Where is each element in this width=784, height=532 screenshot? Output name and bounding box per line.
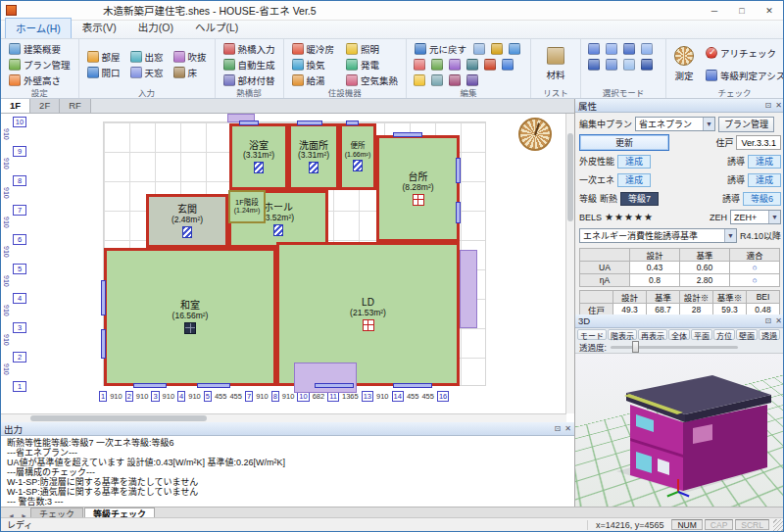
close-button[interactable]: ✕ xyxy=(756,1,783,20)
select-floor-icon xyxy=(641,43,653,55)
rotate-button[interactable] xyxy=(446,57,464,73)
update-button[interactable]: 更新 xyxy=(579,134,669,151)
plan-canvas[interactable]: 1910291039104910545545579108910106821113… xyxy=(1,114,566,413)
menu-view[interactable]: 表示(V) xyxy=(72,17,127,38)
bels-label: BELS xyxy=(579,213,602,222)
move-button[interactable] xyxy=(428,57,446,73)
select-opening-button[interactable] xyxy=(620,41,638,57)
hscroll-thumb[interactable] xyxy=(30,415,207,421)
stretch-button[interactable] xyxy=(481,57,499,73)
room-area: (1.24m²) xyxy=(234,207,260,215)
floor-tab-2f[interactable]: 2F xyxy=(30,99,60,113)
zeh-select[interactable]: ZEH+▼ xyxy=(730,210,781,224)
material-list-button[interactable]: 材料 xyxy=(535,45,576,84)
threed-tool-3[interactable]: 全体 xyxy=(668,329,690,340)
attributes-close-icon[interactable]: ✕ xyxy=(775,101,782,110)
threed-tool-4[interactable]: 平面 xyxy=(691,329,712,340)
lighting-button[interactable]: 照明 xyxy=(342,41,402,57)
stretch-icon xyxy=(484,59,496,71)
floor-tab-1f[interactable]: 1F xyxy=(1,99,30,113)
mirror-button[interactable] xyxy=(464,57,481,73)
material-list-icon xyxy=(547,47,564,65)
threed-tool-7[interactable]: 透過 xyxy=(759,329,780,340)
grade-assist-button[interactable]: 等級判定アシスト xyxy=(702,68,784,83)
floor-tab-rf[interactable]: RF xyxy=(60,99,91,113)
room-bathroom[interactable]: 浴室(3.31m²) xyxy=(229,123,288,190)
skylight-tool-button[interactable]: 天窓 xyxy=(126,65,168,80)
value-cell: 0.8 xyxy=(630,274,680,287)
undo-button[interactable]: 元に戻す xyxy=(411,41,470,57)
opacity-slider-thumb[interactable] xyxy=(632,341,639,353)
select-region-button[interactable] xyxy=(620,57,638,73)
plan-management-button[interactable]: プラン管理 xyxy=(5,57,74,73)
output-pin-icon[interactable]: ⊡ xyxy=(555,424,562,433)
menu-home[interactable]: ホーム(H) xyxy=(5,18,72,38)
member-replace-icon xyxy=(223,74,235,86)
redo-button[interactable] xyxy=(470,41,488,57)
paste-button[interactable] xyxy=(506,41,523,57)
atrium-tool-button[interactable]: 吹抜 xyxy=(170,49,211,65)
column-header: 適合 xyxy=(730,249,780,262)
bay-window-tool-icon xyxy=(130,51,142,63)
resize-grip[interactable] xyxy=(773,519,784,531)
grid-number-7: 7 xyxy=(13,205,26,216)
deck-2 xyxy=(294,363,357,393)
room-toilet[interactable]: 便所(1.66m²) xyxy=(339,123,376,190)
floor-tool-button[interactable]: 床 xyxy=(170,65,211,80)
bay-window-tool-button[interactable]: 出窓 xyxy=(126,49,168,65)
threed-pin-icon[interactable]: ⊡ xyxy=(765,316,772,325)
threed-viewport[interactable] xyxy=(575,353,784,507)
ari-check-button[interactable]: アリチェック xyxy=(702,45,784,61)
delete-button[interactable] xyxy=(411,57,428,73)
room-stairs[interactable]: 1F階段(1.24m²) xyxy=(228,190,266,223)
room-kitchen[interactable]: 台所(8.28m²) xyxy=(376,135,460,242)
envelope-guide-label: 誘導 xyxy=(727,155,745,168)
plan-select[interactable]: 省エネプラン▼ xyxy=(635,117,715,131)
room-washitsu[interactable]: 和室(16.56m²) xyxy=(104,248,276,386)
threed-tool-2[interactable]: 再表示 xyxy=(638,329,667,340)
grid-number-2: 2 xyxy=(13,352,26,363)
select-equipment-button[interactable] xyxy=(603,57,620,73)
auto-generate-button[interactable]: 自動生成 xyxy=(220,57,279,73)
plan-select-value: 省エネプラン xyxy=(639,118,692,130)
vscroll-thumb[interactable] xyxy=(567,133,573,221)
measure-button[interactable]: 測定 xyxy=(670,44,698,84)
heating-cooling-button[interactable]: 暖冷房 xyxy=(288,41,339,57)
ribbon-group-settings: 建築概要プラン管理外壁高さ設定 xyxy=(1,39,79,98)
room-entrance[interactable]: 玄関(2.48m²) xyxy=(146,194,228,248)
menu-help[interactable]: ヘルプ(L) xyxy=(184,17,249,38)
copy-button[interactable] xyxy=(488,41,506,57)
select-measure-button[interactable] xyxy=(638,57,656,73)
threed-tool-6[interactable]: 壁面 xyxy=(736,329,758,340)
thermal-bridge-input-button[interactable]: 熱橋入力 xyxy=(220,41,279,57)
threed-tool-5[interactable]: 方位 xyxy=(713,329,735,340)
select-wall-button[interactable] xyxy=(603,41,620,57)
plan-manage-button[interactable]: プラン管理 xyxy=(718,117,774,132)
ventilation-button[interactable]: 換気 xyxy=(288,57,339,73)
threed-tool-1[interactable]: 階表示 xyxy=(608,329,637,340)
ribbon-group-label: 住設機器 xyxy=(284,86,407,98)
threed-close-icon[interactable]: ✕ xyxy=(775,316,782,325)
align-button[interactable] xyxy=(499,57,516,73)
opening-tool-button[interactable]: 開口 xyxy=(83,65,124,80)
select-floor-button[interactable] xyxy=(638,41,656,57)
standard-select[interactable]: エネルギー消費性能誘導基準▼ xyxy=(579,228,737,243)
menu-output[interactable]: 出力(O) xyxy=(127,17,184,38)
output-close-icon[interactable]: ✕ xyxy=(564,424,571,433)
dimension-label: 910 xyxy=(136,392,149,401)
plan-vscrollbar[interactable] xyxy=(565,114,574,413)
grid-number-14: 14 xyxy=(392,391,404,402)
maximize-button[interactable]: □ xyxy=(728,1,756,20)
select-roof-button[interactable] xyxy=(585,57,603,73)
room-washroom[interactable]: 洗面所(3.31m²) xyxy=(288,123,339,190)
dimension-label: 910 xyxy=(256,392,269,401)
minimize-button[interactable]: ─ xyxy=(701,1,728,20)
select-room-button[interactable] xyxy=(585,41,603,57)
attributes-pin-icon[interactable]: ⊡ xyxy=(765,101,772,110)
opacity-slider[interactable] xyxy=(611,346,738,349)
hatch-marker-icon xyxy=(309,162,318,173)
threed-tool-0[interactable]: モード xyxy=(577,329,607,340)
power-generation-button[interactable]: 発電 xyxy=(342,57,402,73)
room-tool-button[interactable]: 部屋 xyxy=(83,49,124,65)
building-overview-button[interactable]: 建築概要 xyxy=(5,41,74,57)
